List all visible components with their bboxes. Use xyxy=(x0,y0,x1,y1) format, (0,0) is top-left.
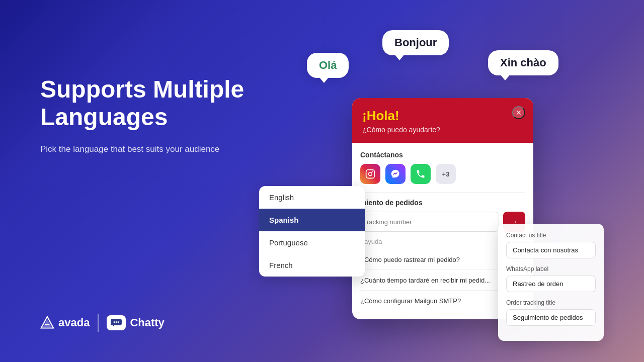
settings-field-whatsapp: WhatsApp label Rastreo de orden xyxy=(506,265,596,292)
lang-item-french[interactable]: French xyxy=(259,254,365,277)
contact-section-title: Contáctanos xyxy=(360,151,525,159)
chat-header-subtitle: ¿Cómo puedo ayudarte? xyxy=(362,126,523,134)
faq-text-2: ¿Cuánto tiempo tardaré en recibir mi ped… xyxy=(360,277,490,284)
chat-close-button[interactable]: × xyxy=(512,106,525,119)
chat-header-title: ¡Hola! xyxy=(362,108,523,124)
svg-point-6 xyxy=(118,321,119,323)
svg-point-9 xyxy=(372,171,373,172)
settings-label-contact: Contact us title xyxy=(506,232,596,239)
bubble-xin: Xin chào xyxy=(488,50,558,75)
language-dropdown: English Spanish Portuguese French xyxy=(259,186,365,277)
brand-divider xyxy=(98,314,99,332)
section-divider xyxy=(360,192,525,193)
chatty-text: Chatty xyxy=(130,316,164,329)
chat-header: ¡Hola! ¿Cómo puedo ayudarte? × xyxy=(352,98,533,143)
svg-point-8 xyxy=(369,172,372,176)
chat-bubble-icon xyxy=(110,318,122,327)
chatty-icon xyxy=(107,315,126,330)
avada-text: avada xyxy=(58,316,90,329)
social-icons: +3 xyxy=(360,164,525,184)
settings-value-whatsapp: Rastreo de orden xyxy=(506,276,596,292)
tracking-input[interactable] xyxy=(360,212,499,232)
faq-text-1: ¿Cómo puedo rastrear mi pedido? xyxy=(360,256,460,263)
svg-point-5 xyxy=(116,321,117,323)
phone-icon[interactable] xyxy=(411,164,431,184)
lang-item-spanish[interactable]: Spanish xyxy=(259,209,365,231)
avada-logo: avada xyxy=(40,316,90,330)
tracking-section-title: miento de pedidos xyxy=(360,199,525,207)
svg-rect-7 xyxy=(366,170,375,178)
faq-text-3: ¿Cómo configurar Mailgun SMTP? xyxy=(360,297,461,305)
settings-label-whatsapp: WhatsApp label xyxy=(506,265,596,273)
instagram-icon[interactable] xyxy=(360,164,380,184)
sub-text: Pick the language that best suits your a… xyxy=(40,143,262,156)
settings-value-order: Seguimiento de pedidos xyxy=(506,309,596,326)
more-contacts-badge[interactable]: +3 xyxy=(436,164,456,184)
settings-panel: Contact us title Contacta con nosotras W… xyxy=(498,224,604,341)
settings-field-order: Order tracking title Seguimiento de pedi… xyxy=(506,299,596,326)
main-heading: Supports Multiple Languages xyxy=(40,75,262,131)
bubble-bonjour: Bonjour xyxy=(382,30,449,55)
settings-value-contact: Contacta con nosotras xyxy=(506,242,596,258)
lang-item-english[interactable]: English xyxy=(259,186,365,209)
messenger-icon[interactable] xyxy=(385,164,406,184)
left-panel: Supports Multiple Languages Pick the lan… xyxy=(40,75,262,156)
settings-field-contact: Contact us title Contacta con nosotras xyxy=(506,232,596,258)
chatty-logo: Chatty xyxy=(107,315,164,330)
bubble-ola: Olá xyxy=(307,53,349,78)
avada-icon xyxy=(40,316,54,330)
svg-point-4 xyxy=(114,321,115,323)
settings-label-order: Order tracking title xyxy=(506,299,596,306)
branding: avada Chatty xyxy=(40,314,165,332)
lang-item-portuguese[interactable]: Portuguese xyxy=(259,231,365,254)
